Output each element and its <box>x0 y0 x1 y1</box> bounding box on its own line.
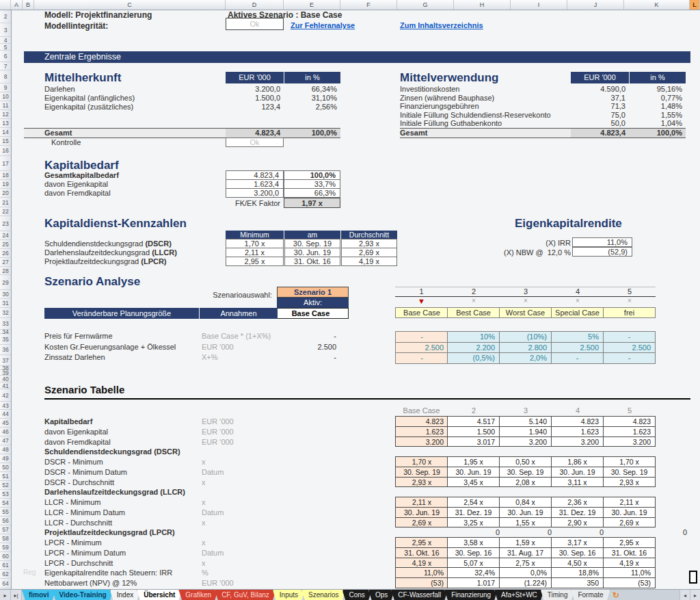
sa-grid-input-cell[interactable]: 5% <box>551 331 604 343</box>
column-header-G[interactable]: G <box>397 0 454 10</box>
row-header-25[interactable]: 25 <box>0 240 11 249</box>
row-header-14[interactable]: 14 <box>0 128 11 137</box>
row-header-23[interactable]: 23 <box>0 216 11 231</box>
scenario-name-cell[interactable]: frei <box>603 307 656 318</box>
sa-grid-input-cell[interactable]: - <box>603 331 656 343</box>
row-header-54[interactable]: 54 <box>0 499 11 508</box>
row-header-15[interactable]: 15 <box>0 137 11 146</box>
column-header-E[interactable]: E <box>284 0 340 10</box>
sa-grid-input-cell[interactable]: 2.800 <box>499 342 552 354</box>
column-header-I[interactable]: I <box>511 0 567 10</box>
sheet-tab--bersicht[interactable]: Übersicht <box>137 590 182 600</box>
column-header-K[interactable]: K <box>624 0 690 10</box>
hscroll-left-icon[interactable]: ◂ <box>679 590 690 600</box>
sa-grid-input-cell[interactable]: 2,0% <box>499 352 552 364</box>
sheet-tab-inputs[interactable]: Inputs <box>273 590 305 600</box>
row-header-62[interactable]: 62 <box>0 570 11 579</box>
row-header-5[interactable]: 5 <box>0 44 11 51</box>
scenario-name-cell[interactable]: Best Case <box>447 307 500 318</box>
sheet-tab-timing[interactable]: Timing <box>541 590 575 600</box>
row-header-46[interactable]: 46 <box>0 428 11 436</box>
row-header-40[interactable]: 40 <box>0 376 11 382</box>
column-header-C[interactable]: C <box>34 0 226 10</box>
row-header-41[interactable]: 41 <box>0 382 11 389</box>
column-header-A[interactable]: A <box>11 0 23 10</box>
row-header-45[interactable]: 45 <box>0 419 11 428</box>
sheet-tab-finanzierung[interactable]: Finanzierung <box>444 590 498 600</box>
row-header-57[interactable]: 57 <box>0 525 11 534</box>
row-header-43[interactable]: 43 <box>0 402 11 410</box>
row-header-4[interactable]: 4 <box>0 37 11 44</box>
row-header-51[interactable]: 51 <box>0 472 11 481</box>
row-header-29[interactable]: 29 <box>0 275 11 290</box>
row-header-42[interactable]: 42 <box>0 389 11 402</box>
row-header-8[interactable]: 8 <box>0 70 11 83</box>
sheet-tab-formate[interactable]: Formate <box>571 590 610 600</box>
row-header-13[interactable]: 13 <box>0 119 11 128</box>
row-header-2[interactable]: 2 <box>0 10 11 23</box>
row-header-17[interactable]: 17 <box>0 156 11 171</box>
scenario-select-dropdown[interactable]: Szenario 1 <box>277 287 349 298</box>
error-analysis-link[interactable]: Zur Fehleranalyse <box>291 21 355 29</box>
row-header-52[interactable]: 52 <box>0 481 11 490</box>
row-header-36[interactable]: 36 <box>0 345 11 355</box>
sheet-tab-cons[interactable]: Cons <box>342 590 372 600</box>
column-header-D[interactable]: D <box>226 0 284 10</box>
sa-grid-input-cell[interactable]: (10%) <box>499 331 552 343</box>
sa-grid-input-cell[interactable]: 10% <box>447 331 500 343</box>
row-header-26[interactable]: 26 <box>0 249 11 258</box>
row-header-9[interactable]: 9 <box>0 83 11 92</box>
row-header-58[interactable]: 58 <box>0 534 11 543</box>
column-header-corner[interactable] <box>0 0 11 10</box>
row-header-64[interactable]: 64 <box>0 579 11 588</box>
row-header-11[interactable]: 11 <box>0 101 11 110</box>
row-header-48[interactable]: 48 <box>0 445 11 454</box>
sa-grid-input-cell[interactable]: - <box>551 352 604 364</box>
row-header-27[interactable]: 27 <box>0 258 11 267</box>
row-header-21[interactable]: 21 <box>0 198 11 207</box>
sheet-tab-afa-st-wc[interactable]: Afa+St+WC <box>494 590 544 600</box>
sheet-tab-cf-wasserfall[interactable]: CF-Wasserfall <box>391 590 448 600</box>
column-header-J[interactable]: J <box>567 0 624 10</box>
hscroll-right-icon[interactable]: ▸ <box>690 590 700 600</box>
row-header-47[interactable]: 47 <box>0 436 11 445</box>
scenario-name-cell[interactable]: Special Case <box>551 307 604 318</box>
column-header-L[interactable]: L <box>690 0 700 10</box>
sheet-tab-grafiken[interactable]: Grafiken <box>178 590 218 600</box>
row-header-10[interactable]: 10 <box>0 92 11 101</box>
row-header-18[interactable]: 18 <box>0 171 11 180</box>
sa-grid-input-cell[interactable]: 2.500 <box>551 342 604 354</box>
row-header-60[interactable]: 60 <box>0 552 11 561</box>
sheet-tab-fimovi[interactable]: fimovi <box>22 590 55 600</box>
row-header-12[interactable]: 12 <box>0 110 11 119</box>
row-header-7[interactable]: 7 <box>0 62 11 70</box>
row-header-30[interactable]: 30 <box>0 290 11 299</box>
column-header-F[interactable]: F <box>340 0 397 10</box>
row-header-49[interactable]: 49 <box>0 454 11 463</box>
row-header-28[interactable]: 28 <box>0 267 11 275</box>
sa-grid-input-cell[interactable]: 2.200 <box>447 342 500 354</box>
row-header-16[interactable]: 16 <box>0 146 11 156</box>
row-header-61[interactable]: 61 <box>0 561 11 570</box>
column-header-H[interactable]: H <box>454 0 511 10</box>
row-header-6[interactable]: 6 <box>0 51 11 62</box>
sa-grid-input-cell[interactable]: (0,5%) <box>447 352 500 364</box>
sa-grid-input-cell[interactable]: - <box>603 352 656 364</box>
column-header-B[interactable]: B <box>23 0 34 10</box>
row-header-55[interactable]: 55 <box>0 508 11 517</box>
row-header-19[interactable]: 19 <box>0 180 11 189</box>
row-header-20[interactable]: 20 <box>0 189 11 198</box>
row-header-59[interactable]: 59 <box>0 543 11 552</box>
row-header-32[interactable]: 32 <box>0 308 11 318</box>
scenario-name-cell[interactable]: Base Case <box>395 307 448 318</box>
sheet-tab-index[interactable]: Index <box>110 590 140 600</box>
tab-nav-next-icon[interactable]: ▸ <box>0 590 11 600</box>
sheet-tab-ops[interactable]: Ops <box>368 590 394 600</box>
row-header-50[interactable]: 50 <box>0 463 11 472</box>
row-header-53[interactable]: 53 <box>0 490 11 499</box>
row-header-44[interactable]: 44 <box>0 410 11 419</box>
scenario-name-cell[interactable]: Worst Case <box>499 307 552 318</box>
toc-link[interactable]: Zum Inhaltsverzeichnis <box>400 21 483 29</box>
row-header-56[interactable]: 56 <box>0 517 11 525</box>
sheet-tab-cf-guv-bilanz[interactable]: CF, GuV, Bilanz <box>215 590 276 600</box>
